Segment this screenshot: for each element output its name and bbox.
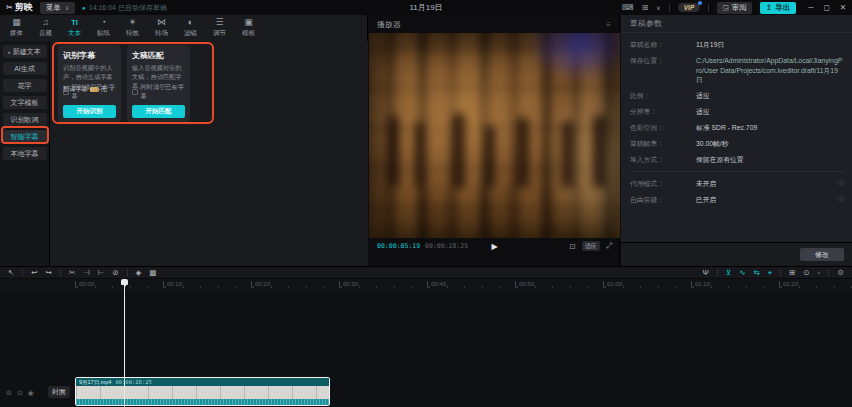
checkbox[interactable] xyxy=(132,89,138,95)
clear-existing-checkbox-row[interactable]: 同时清空已有字幕 xyxy=(63,83,116,101)
cover-button[interactable]: 封面 xyxy=(48,386,70,398)
sidebar-item-new-text[interactable]: ▸ 新建文本 xyxy=(3,45,47,58)
tab-adjust[interactable]: ☰ 调节 xyxy=(205,18,234,38)
tab-label: 音频 xyxy=(39,29,52,38)
titlebar: ✂ 剪映 菜单 ∨ ● 14:16:04 已自动保存草稿 11月19日 ⌨ ⊞ … xyxy=(0,0,852,15)
sidebar-item-label: 新建文本 xyxy=(13,47,41,57)
tab-filter[interactable]: ◐ 滤镜 xyxy=(176,18,205,38)
card-title: 识别字幕 xyxy=(63,50,116,61)
video-preview[interactable] xyxy=(369,33,620,238)
clear-existing-checkbox-row[interactable]: 同时清空已有字幕 xyxy=(132,83,185,101)
tab-sticker[interactable]: ◔ 贴纸 xyxy=(89,18,118,38)
fullscreen-icon[interactable]: ⤢ xyxy=(606,241,612,251)
ruler-tick: 01:00 xyxy=(603,281,622,288)
record-voiceover-icon[interactable]: Ψ xyxy=(702,269,708,277)
current-timecode: 00:00:05:19 xyxy=(377,242,420,250)
tab-audio[interactable]: ♫ 音频 xyxy=(31,18,60,38)
split-icon[interactable]: ✂ xyxy=(69,269,75,277)
trim-right-icon[interactable]: ⊢ xyxy=(98,269,105,277)
sidebar-item-auto-captions[interactable]: 智能字幕 xyxy=(3,130,47,143)
tab-label: 特效 xyxy=(126,29,139,38)
video-clip[interactable]: 9月17日.mp4 00:00:28:25 xyxy=(75,377,330,406)
preview-axis-icon[interactable]: ⌖ xyxy=(768,269,772,277)
layout-icon[interactable]: ⊞ xyxy=(642,4,649,12)
timeline-toolbar-right: Ψ ⊻ ∿ ⇆ ⌖ ⊞ ⊙ ◦ ⚙ xyxy=(702,269,844,277)
transition-icon: ⋈ xyxy=(157,18,166,28)
autosave-status: ● 14:16:04 已自动保存草稿 xyxy=(82,3,167,13)
close-button[interactable]: ✕ xyxy=(840,3,846,12)
tab-media[interactable]: ▦ 媒体 xyxy=(2,18,31,38)
start-match-button[interactable]: 开始匹配 xyxy=(132,105,185,118)
main-track-magnet-icon[interactable]: ⊻ xyxy=(726,269,732,277)
row-value: C:/Users/Administrator/AppData/Local/Jia… xyxy=(696,56,844,85)
track-mute-icon[interactable]: ⊘ xyxy=(6,389,12,397)
trim-left-icon[interactable]: ⊣ xyxy=(83,269,90,277)
link-clips-icon[interactable]: ⇆ xyxy=(753,269,759,277)
layout-chevron-icon[interactable]: ∨ xyxy=(656,5,660,11)
sidebar-item-label: 本地字幕 xyxy=(11,149,39,159)
app-logo: ✂ 剪映 xyxy=(6,1,33,14)
info-icon[interactable]: ⓘ xyxy=(838,179,845,188)
sidebar-item-lyrics-recognition[interactable]: 识别歌词 xyxy=(3,113,47,126)
row-value: 30.00帧/秒 xyxy=(696,139,844,149)
review-button[interactable]: ◲ 审阅 xyxy=(717,2,752,14)
media-icon: ▦ xyxy=(12,18,21,28)
sidebar-item-ai-generate[interactable]: AI生成 xyxy=(3,62,47,75)
draft-row-ratio: 比例： 适应 xyxy=(630,91,844,101)
ruler-tick: 00:40 xyxy=(427,281,446,288)
sidebar-item-fancy-text[interactable]: 花字 xyxy=(3,79,47,92)
recognize-captions-card: 识别字幕 识别音视频中的人声，自动生成字幕 翻译字幕 无 ∨ 同时清空已有字幕 … xyxy=(58,45,121,123)
draft-panel-footer: 修改 xyxy=(621,242,852,266)
card-title: 文稿匹配 xyxy=(132,50,185,61)
preview-quality-icon[interactable]: ⊡ xyxy=(569,242,575,251)
divider xyxy=(22,269,23,276)
mask-icon[interactable]: ▩ xyxy=(149,269,156,277)
redo-icon[interactable]: ↪ xyxy=(46,269,52,277)
row-label: 代理模式： xyxy=(630,179,696,189)
auto-snap-icon[interactable]: ∿ xyxy=(739,269,745,277)
timeline-tracks[interactable]: ⊘ ⊙ ◉ 封面 9月17日.mp4 00:00:28:25 xyxy=(0,290,852,407)
locate-playhead-icon[interactable]: ⊙ xyxy=(803,269,809,277)
sidebar-item-label: AI生成 xyxy=(14,64,35,74)
keyboard-shortcuts-icon[interactable]: ⌨ xyxy=(622,4,634,12)
card-bottom: 同时清空已有字幕 开始匹配 xyxy=(132,83,185,118)
draft-row-proxy: 代理模式： 未开启 ⓘ xyxy=(630,179,844,189)
minimize-button[interactable]: ─ xyxy=(808,3,813,12)
timeline-settings-icon[interactable]: ⚙ xyxy=(837,269,844,277)
player-menu-icon[interactable]: ≡ xyxy=(606,20,611,29)
undo-icon[interactable]: ↩ xyxy=(31,269,37,277)
start-recognize-button[interactable]: 开始识别 xyxy=(63,105,116,118)
select-tool-icon[interactable]: ↖ xyxy=(8,269,14,277)
ruler-tick: 00:10 xyxy=(163,281,182,288)
fit-ratio-selector[interactable]: 适应 xyxy=(582,241,600,251)
chevron-down-icon: ∨ xyxy=(65,4,69,11)
track-lock-icon[interactable]: ⊙ xyxy=(17,389,23,397)
tab-text[interactable]: TI 文本 xyxy=(60,18,89,38)
zoom-dot-icon[interactable]: ◦ xyxy=(818,269,821,277)
vip-badge[interactable]: VIP xyxy=(678,3,700,12)
sidebar-item-text-templates[interactable]: 文字模板 xyxy=(3,96,47,109)
app-logo-icon: ✂ xyxy=(6,3,13,12)
sidebar-item-local-captions[interactable]: 本地字幕 xyxy=(3,147,47,160)
split-view-icon[interactable]: ⊞ xyxy=(789,269,795,277)
track-hide-icon[interactable]: ◉ xyxy=(28,389,34,397)
freeze-frame-icon[interactable]: ◈ xyxy=(136,269,142,277)
modify-button[interactable]: 修改 xyxy=(800,248,844,261)
audio-icon: ♫ xyxy=(42,18,49,28)
checkbox-label: 同时清空已有字幕 xyxy=(141,83,185,101)
playhead-handle[interactable] xyxy=(121,279,128,285)
menu-button[interactable]: 菜单 ∨ xyxy=(40,2,75,14)
maximize-button[interactable]: ◻ xyxy=(823,3,829,12)
checkbox[interactable] xyxy=(63,89,69,95)
tab-transition[interactable]: ⋈ 转场 xyxy=(147,18,176,38)
playhead[interactable] xyxy=(124,279,125,407)
play-button[interactable]: ▶ xyxy=(491,242,497,251)
tab-template[interactable]: ▣ 模板 xyxy=(234,18,263,38)
asset-tabs: ▦ 媒体 ♫ 音频 TI 文本 ◔ 贴纸 ✶ 特效 ⋈ 转场 ◐ 滤镜 ☰ 调节 xyxy=(0,15,368,41)
export-button[interactable]: ↥ 导出 xyxy=(760,2,796,14)
row-label: 比例： xyxy=(630,91,696,101)
info-icon[interactable]: ⓘ xyxy=(838,195,845,204)
delete-icon[interactable]: ⊘ xyxy=(112,269,118,277)
card-description: 识别音视频中的人声，自动生成字幕 xyxy=(63,64,116,82)
tab-effects[interactable]: ✶ 特效 xyxy=(118,18,147,38)
